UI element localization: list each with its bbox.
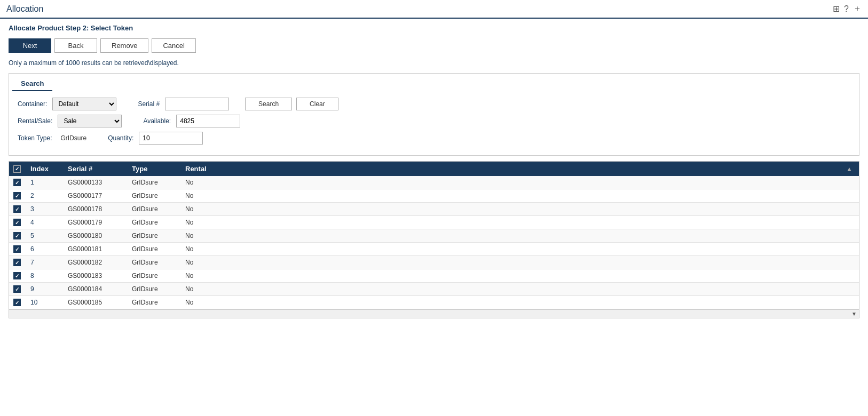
rental-sale-select[interactable]: Sale Rental <box>58 115 122 127</box>
row-rental: No <box>185 245 855 253</box>
row-index[interactable]: 6 <box>30 245 68 253</box>
row-index[interactable]: 7 <box>30 259 68 266</box>
row-type: GrIDsure <box>132 272 185 279</box>
row-rental: No <box>185 272 855 279</box>
row-rental: No <box>185 299 855 306</box>
token-type-value: GrIDsure <box>61 134 87 142</box>
quantity-input[interactable] <box>139 132 203 145</box>
page-header: Allocation ⊞ ? ＋ <box>0 0 868 19</box>
available-label: Available: <box>143 117 171 125</box>
row-index[interactable]: 8 <box>30 272 68 279</box>
quantity-label: Quantity: <box>108 134 133 142</box>
row-type: GrIDsure <box>132 259 185 266</box>
table-header: Index Serial # Type Rental ▲ <box>9 162 859 176</box>
back-button[interactable]: Back <box>54 38 97 53</box>
row-checkbox[interactable] <box>13 192 30 199</box>
row-checkbox[interactable] <box>13 205 30 213</box>
row-checkbox[interactable] <box>13 299 30 306</box>
row-rental: No <box>185 205 855 213</box>
row-index[interactable]: 10 <box>30 299 68 306</box>
row-checkbox[interactable] <box>13 272 30 279</box>
rental-sale-label: Rental/Sale: <box>18 117 52 125</box>
col-header-rental: Rental <box>185 165 846 173</box>
scroll-right-arrow[interactable]: ▼ <box>849 311 859 317</box>
page-title: Allocation <box>6 4 43 14</box>
row-rental: No <box>185 179 855 186</box>
row-checkbox[interactable] <box>13 259 30 266</box>
select-all-checkbox[interactable] <box>13 165 30 173</box>
row-type: GrIDsure <box>132 285 185 293</box>
row-rental: No <box>185 285 855 293</box>
row-serial: GS0000179 <box>68 219 132 226</box>
row-checkbox[interactable] <box>13 232 30 239</box>
table-row: 1 GS0000133 GrIDsure No <box>9 176 859 189</box>
search-row-3: Token Type: GrIDsure Quantity: <box>18 132 850 145</box>
row-serial: GS0000178 <box>68 205 132 213</box>
row-serial: GS0000133 <box>68 179 132 186</box>
row-index[interactable]: 2 <box>30 192 68 199</box>
info-text: Only a maximum of 1000 results can be re… <box>9 59 859 67</box>
col-header-serial: Serial # <box>68 165 132 173</box>
row-type: GrIDsure <box>132 299 185 306</box>
table-row: 7 GS0000182 GrIDsure No <box>9 256 859 269</box>
scroll-up-arrow[interactable]: ▲ <box>846 165 855 173</box>
row-index[interactable]: 9 <box>30 285 68 293</box>
row-checkbox[interactable] <box>13 179 30 186</box>
table-row: 9 GS0000184 GrIDsure No <box>9 283 859 296</box>
row-checkbox[interactable] <box>13 219 30 226</box>
table-row: 10 GS0000185 GrIDsure No <box>9 296 859 309</box>
row-type: GrIDsure <box>132 232 185 239</box>
page-content: Allocate Product Step 2: Select Token Ne… <box>0 19 868 324</box>
bottom-scrollbar: ▼ <box>9 309 859 318</box>
row-index[interactable]: 5 <box>30 232 68 239</box>
row-serial: GS0000183 <box>68 272 132 279</box>
search-tab[interactable]: Search <box>12 77 52 91</box>
table-row: 5 GS0000180 GrIDsure No <box>9 229 859 243</box>
table-row: 6 GS0000181 GrIDsure No <box>9 243 859 256</box>
grid-icon[interactable]: ⊞ <box>833 4 840 14</box>
container-select[interactable]: Default Option1 Option2 <box>52 98 116 110</box>
serial-input[interactable] <box>165 98 229 110</box>
row-serial: GS0000180 <box>68 232 132 239</box>
col-header-type: Type <box>132 165 185 173</box>
table-row: 4 GS0000179 GrIDsure No <box>9 216 859 229</box>
step-title: Allocate Product Step 2: Select Token <box>9 24 859 32</box>
table-row: 8 GS0000183 GrIDsure No <box>9 269 859 283</box>
row-type: GrIDsure <box>132 219 185 226</box>
row-serial: GS0000185 <box>68 299 132 306</box>
col-header-index: Index <box>30 165 68 173</box>
token-type-label: Token Type: <box>18 134 52 142</box>
row-type: GrIDsure <box>132 179 185 186</box>
search-row-2: Rental/Sale: Sale Rental Available: <box>18 115 850 127</box>
row-serial: GS0000177 <box>68 192 132 199</box>
add-icon[interactable]: ＋ <box>853 3 862 14</box>
help-icon[interactable]: ? <box>844 4 849 14</box>
row-serial: GS0000181 <box>68 245 132 253</box>
row-index[interactable]: 4 <box>30 219 68 226</box>
available-input[interactable] <box>176 115 240 127</box>
row-checkbox[interactable] <box>13 285 30 293</box>
search-actions: Search Clear <box>245 98 338 110</box>
table-row: 2 GS0000177 GrIDsure No <box>9 189 859 203</box>
row-type: GrIDsure <box>132 205 185 213</box>
row-rental: No <box>185 232 855 239</box>
search-button[interactable]: Search <box>245 98 292 110</box>
search-row-1: Container: Default Option1 Option2 Seria… <box>18 98 850 110</box>
clear-button[interactable]: Clear <box>296 98 338 110</box>
results-table: Index Serial # Type Rental ▲ 1 GS0000133… <box>9 161 859 318</box>
cancel-button[interactable]: Cancel <box>152 38 195 53</box>
row-serial: GS0000182 <box>68 259 132 266</box>
row-index[interactable]: 3 <box>30 205 68 213</box>
row-rental: No <box>185 192 855 199</box>
next-button[interactable]: Next <box>9 38 51 53</box>
search-body: Container: Default Option1 Option2 Seria… <box>9 91 859 155</box>
toolbar: Next Back Remove Cancel <box>9 38 859 53</box>
search-panel: Search Container: Default Option1 Option… <box>9 73 859 156</box>
row-serial: GS0000184 <box>68 285 132 293</box>
container-label: Container: <box>18 100 47 108</box>
row-rental: No <box>185 259 855 266</box>
row-index[interactable]: 1 <box>30 179 68 186</box>
remove-button[interactable]: Remove <box>100 38 148 53</box>
row-type: GrIDsure <box>132 245 185 253</box>
row-checkbox[interactable] <box>13 245 30 253</box>
